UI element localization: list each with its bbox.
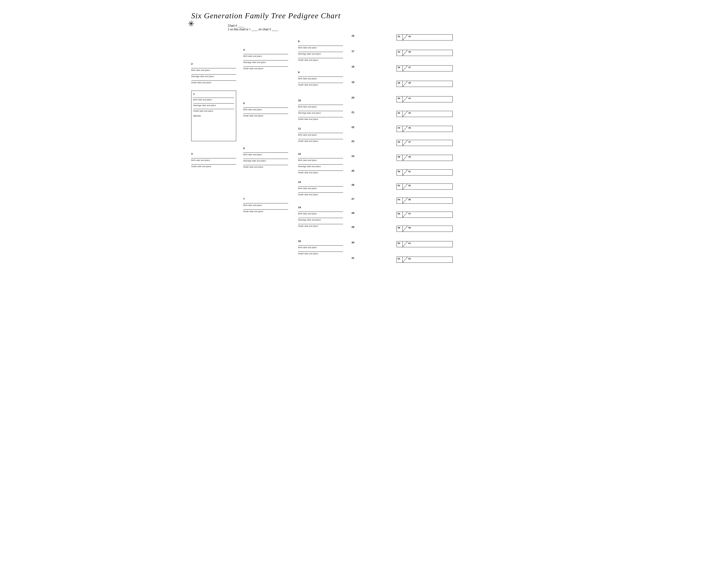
person-2-box: 2 Birth date and place Marriage date and… — [191, 63, 236, 84]
person-57-num: 57 — [407, 212, 412, 217]
person-40-41-box: 40 41 — [396, 96, 453, 102]
person-4-num: 4 — [243, 49, 245, 51]
person-6-death: Death date and place — [243, 166, 288, 168]
person-22-num: 22 — [352, 126, 354, 129]
person-3-num: 3 — [191, 152, 192, 155]
person-51-num: 51 — [407, 170, 412, 175]
person-44-45-box: 44 45 — [396, 126, 453, 132]
person-31-box: 31 — [352, 256, 388, 260]
person-63-num: 63 — [407, 257, 412, 263]
person-52-num: 52 — [397, 184, 402, 189]
person-36-num: 36 — [397, 66, 402, 71]
person-1-spouse-label: Spouse — [193, 115, 234, 117]
person-17-num: 17 — [352, 50, 354, 53]
person-53-num: 53 — [407, 184, 412, 189]
person-56-num: 56 — [397, 212, 402, 217]
person-4-marriage: Marriage date and place — [243, 61, 288, 64]
person-15-box: 15 Birth date and place Death date and p… — [298, 240, 343, 255]
person-34-num: 34 — [397, 50, 402, 56]
person-9-box: 9 Birth date and place Death date and pl… — [298, 71, 343, 86]
person-15-death: Death date and place — [298, 252, 343, 255]
person-29-box: 29 — [352, 226, 388, 228]
person-31-num: 31 — [352, 256, 354, 260]
person-37-num: 37 — [407, 66, 412, 71]
person-60-num: 60 — [397, 241, 402, 247]
person-11-death: Death date and place — [298, 140, 343, 142]
person-28-num: 28 — [352, 212, 354, 214]
person-14-birth: Birth date and place — [298, 212, 343, 215]
person-18-num: 18 — [352, 65, 354, 68]
person-21-box: 21 — [352, 111, 388, 114]
person-11-box: 11 Birth date and place Death date and p… — [298, 127, 343, 142]
person-58-59-box: 58 59 — [396, 226, 453, 232]
person-3-birth: Birth date and place — [191, 159, 236, 161]
person-5-box: 5 Birth date and place Death date and pl… — [243, 102, 288, 117]
person-5-birth: Birth date and place — [243, 108, 288, 111]
person-55-num: 55 — [407, 198, 412, 203]
person-49-num: 49 — [407, 155, 412, 161]
person-24-num: 24 — [352, 155, 354, 158]
ref-label: 1 on this chart is = ____ on chart # ___… — [228, 28, 278, 31]
person-17-box: 17 — [352, 50, 388, 53]
person-33-num: 33 — [407, 34, 412, 40]
person-16-box: 16 — [352, 34, 388, 37]
person-59-num: 59 — [407, 226, 412, 231]
person-12-num: 12 — [298, 152, 301, 155]
person-2-birth: Birth date and place — [191, 69, 236, 71]
person-13-death: Death date and place — [298, 193, 343, 196]
person-1-num: 1 — [193, 92, 234, 95]
chart-area: 1 Birth date and place Marriage date and… — [191, 34, 512, 299]
person-61-num: 61 — [407, 241, 412, 247]
person-21-num: 21 — [352, 111, 354, 114]
person-46-47-box: 46 47 — [396, 140, 453, 146]
person-47-num: 47 — [407, 140, 412, 146]
person-7-box: 7 Birth date and place Death date and pl… — [243, 198, 288, 213]
person-10-marriage: Marriage date and place — [298, 112, 343, 114]
person-5-num: 5 — [243, 102, 245, 105]
person-24-box: 24 — [352, 155, 388, 158]
person-6-num: 6 — [243, 147, 245, 150]
person-46-num: 46 — [397, 140, 402, 146]
person-27-num: 27 — [352, 198, 354, 200]
person-16-num: 16 — [352, 34, 354, 37]
person-32-33-box: 32 33 — [396, 34, 453, 41]
title: Six Generation Family Tree Pedigree Char… — [191, 11, 512, 20]
person-6-birth: Birth date and place — [243, 153, 288, 156]
person-26-num: 26 — [352, 183, 354, 186]
person-26-box: 26 — [352, 183, 388, 186]
chart-num-label: Chart # — [228, 24, 237, 27]
person-11-birth: Birth date and place — [298, 134, 343, 136]
person-48-49-box: 48 49 — [396, 155, 453, 161]
person-7-death: Death date and place — [243, 210, 288, 213]
person-3-death: Death date and place — [191, 165, 236, 168]
person-58-num: 58 — [397, 226, 402, 231]
person-56-57-box: 56 57 — [396, 212, 453, 218]
person-13-num: 13 — [298, 180, 301, 183]
person-2-death: Death date and place — [191, 81, 236, 84]
person-19-box: 19 — [352, 81, 388, 84]
person-9-num: 9 — [298, 71, 300, 74]
ornament-icon: ✳ — [188, 19, 194, 28]
person-34-35-box: 34 35 — [396, 50, 453, 56]
person-20-num: 20 — [352, 96, 354, 99]
person-11-num: 11 — [298, 127, 301, 130]
person-9-death: Death date and place — [298, 84, 343, 86]
slash-32-33 — [402, 34, 407, 40]
person-19-num: 19 — [352, 81, 354, 84]
person-12-marriage: Marriage date and place — [298, 165, 343, 168]
person-36-37-box: 36 37 — [396, 65, 453, 71]
person-1-box: 1 Birth date and place Marriage date and… — [191, 91, 236, 141]
person-6-box: 6 Birth date and place Marriage date and… — [243, 147, 288, 168]
person-40-num: 40 — [397, 96, 402, 102]
person-62-63-box: 62 63 — [396, 256, 453, 263]
person-43-num: 43 — [407, 111, 412, 117]
person-8-marriage: Marriage date and place — [298, 53, 343, 55]
person-7-birth: Birth date and place — [243, 204, 288, 207]
person-23-num: 23 — [352, 140, 354, 143]
person-30-num: 30 — [352, 241, 354, 244]
person-62-num: 62 — [397, 257, 402, 263]
person-6-marriage: Marriage date and place — [243, 159, 288, 162]
person-54-num: 54 — [397, 198, 402, 203]
person-2-marriage: Marriage date and place — [191, 75, 236, 78]
person-8-birth: Birth date and place — [298, 47, 343, 49]
